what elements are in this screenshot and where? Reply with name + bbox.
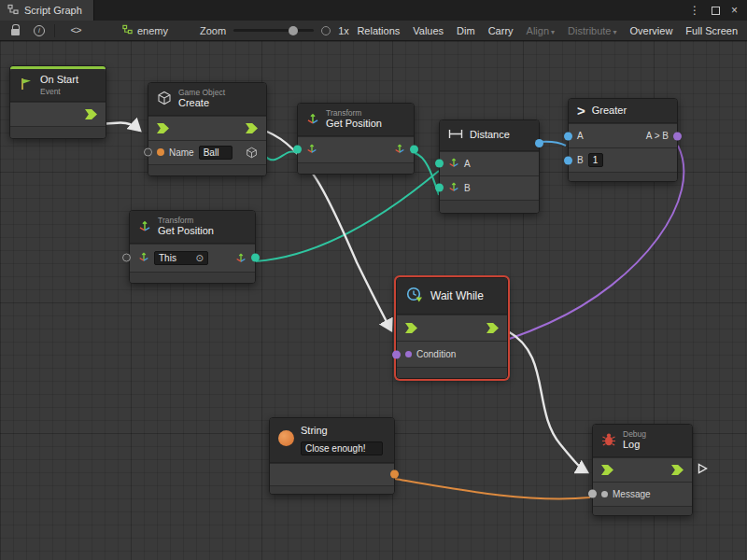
port-row	[148, 116, 266, 140]
vector3-type-icon	[448, 181, 459, 194]
wire-create-to-getposition	[265, 151, 297, 160]
node-wait-while[interactable]: Wait While Condition	[396, 277, 508, 379]
control-input-port[interactable]	[601, 465, 613, 475]
node-footer	[440, 200, 539, 213]
wire-distance-to-greater	[540, 142, 566, 146]
window-maximize-icon[interactable]	[712, 7, 720, 15]
message-type-icon	[601, 491, 608, 497]
target-field[interactable]: This ⊙	[154, 251, 208, 265]
code-icon[interactable]: <>	[68, 25, 83, 36]
bool-type-icon	[405, 351, 412, 357]
dim-button[interactable]: Dim	[451, 23, 481, 38]
overview-button[interactable]: Overview	[625, 23, 679, 38]
control-input-port[interactable]	[157, 123, 169, 133]
result-label: A > B	[646, 131, 669, 141]
zoom-label: Zoom	[200, 25, 226, 36]
position-output-port[interactable]	[410, 146, 418, 154]
chevron-down-icon: ▾	[613, 28, 617, 36]
bug-icon	[601, 432, 616, 449]
fullscreen-button[interactable]: Full Screen	[680, 23, 743, 38]
message-input-port[interactable]	[588, 490, 597, 498]
b-input-port[interactable]	[564, 156, 572, 164]
port-row	[298, 136, 414, 162]
values-button[interactable]: Values	[407, 23, 449, 38]
tab-script-graph[interactable]: Script Graph	[0, 0, 94, 21]
graph-name[interactable]: enemy	[137, 25, 168, 36]
vector3-output-icon	[394, 143, 405, 156]
result-output-port[interactable]	[673, 132, 682, 140]
vector3-type-icon	[448, 157, 459, 170]
string-output-port[interactable]	[390, 470, 399, 479]
cube-icon	[157, 91, 172, 107]
node-header: Debug Log	[593, 425, 692, 457]
gameobject-output-port[interactable]	[246, 147, 258, 159]
port-label: B	[464, 183, 471, 193]
port-row: Condition	[397, 341, 507, 367]
wire-getposition2-to-distance-a	[256, 171, 439, 261]
node-header: Wait While	[397, 278, 507, 315]
distance-output-port[interactable]	[535, 139, 543, 147]
carry-button[interactable]: Carry	[483, 23, 519, 38]
a-input-port[interactable]	[564, 132, 572, 140]
object-picker-icon[interactable]: ⊙	[196, 253, 204, 263]
node-greater[interactable]: > Greater A A > B B 1	[568, 98, 678, 182]
control-output-port[interactable]	[85, 109, 97, 119]
node-header: > Greater	[569, 99, 677, 123]
node-debug-log[interactable]: Debug Log Message	[592, 424, 693, 516]
window-menu-icon[interactable]: ⋮	[689, 5, 700, 16]
node-title: Greater	[592, 105, 627, 118]
info-icon[interactable]: i	[32, 25, 47, 36]
a-input-port[interactable]	[435, 160, 444, 168]
lock-icon[interactable]	[7, 25, 22, 35]
port-row: B	[440, 175, 539, 200]
node-get-position-bottom[interactable]: Transform Get Position This ⊙	[129, 210, 256, 284]
node-get-position-top[interactable]: Transform Get Position	[297, 103, 415, 175]
port-row: Message	[593, 482, 692, 506]
control-input-port[interactable]	[405, 323, 417, 333]
graph-canvas[interactable]: On Start Event Game Object Create Na	[0, 41, 747, 560]
node-footer	[130, 272, 255, 283]
control-output-port[interactable]	[671, 465, 684, 475]
graph-toolbar: i <> enemy Zoom 1x Relations Values Dim …	[0, 21, 747, 41]
control-output-port[interactable]	[246, 123, 258, 133]
node-on-start[interactable]: On Start Event	[9, 65, 106, 139]
align-button[interactable]: Align▾	[521, 23, 560, 38]
condition-input-port[interactable]	[392, 350, 401, 358]
port-label: Condition	[416, 349, 456, 359]
port-row	[593, 457, 692, 482]
node-footer	[10, 126, 106, 138]
name-field[interactable]: Ball	[199, 146, 233, 160]
zoom-reset-icon[interactable]	[321, 26, 331, 35]
b-value-field[interactable]: 1	[588, 153, 603, 167]
port-label: Message	[613, 489, 651, 499]
node-footer	[270, 485, 394, 494]
transform-input-port[interactable]	[293, 146, 302, 154]
node-create[interactable]: Game Object Create Name Ball	[148, 82, 267, 176]
transform-input-port[interactable]	[122, 254, 131, 262]
b-input-port[interactable]	[435, 184, 444, 192]
port-label: A	[464, 159, 471, 169]
window-close-icon[interactable]: ×	[731, 5, 738, 16]
transform-axes-icon	[138, 251, 149, 264]
control-output-port[interactable]	[486, 323, 499, 333]
zoom-slider[interactable]	[233, 29, 314, 32]
distribute-button[interactable]: Distribute▾	[562, 23, 622, 38]
node-distance[interactable]: Distance A B	[439, 119, 540, 214]
zoom-slider-handle[interactable]	[289, 26, 298, 35]
node-title: Log	[623, 439, 646, 452]
node-string[interactable]: String Close enough!	[269, 417, 395, 495]
port-row: This ⊙	[130, 244, 255, 272]
wait-clock-icon	[405, 286, 424, 306]
position-output-port[interactable]	[251, 254, 260, 262]
tab-label: Script Graph	[24, 5, 82, 16]
node-title: String	[301, 425, 383, 438]
node-footer	[148, 164, 266, 175]
relations-button[interactable]: Relations	[351, 23, 405, 38]
port-row	[270, 463, 394, 485]
node-category: Transform	[326, 108, 382, 118]
node-title: On Start	[40, 74, 78, 87]
string-value-field[interactable]: Close enough!	[301, 441, 383, 455]
name-input-port[interactable]	[144, 148, 152, 157]
vector3-output-icon	[235, 252, 247, 263]
string-type-icon	[157, 148, 164, 156]
